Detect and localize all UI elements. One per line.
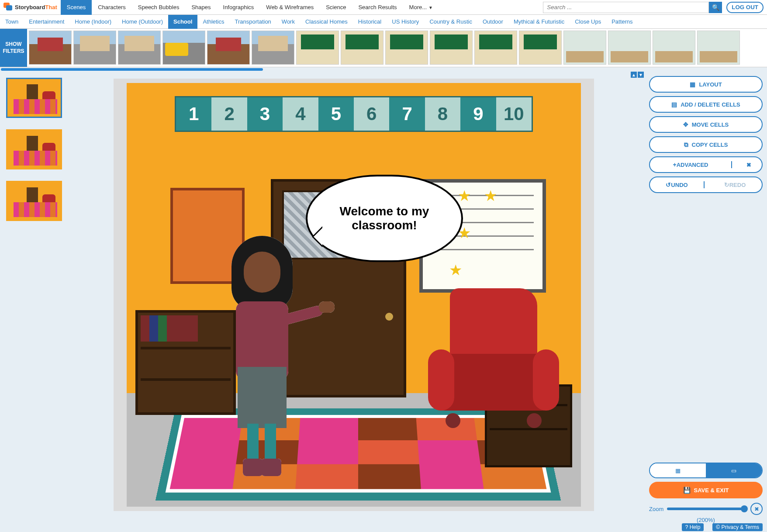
cat-classical-homes[interactable]: Classical Homes	[300, 15, 353, 29]
cat-historical[interactable]: Historical	[353, 15, 387, 29]
layout-icon: ▦	[690, 81, 695, 88]
scene-thumbnail[interactable]	[252, 31, 294, 65]
undo-redo-buttons: ↺UNDO ↻REDO	[649, 176, 763, 193]
grid-icon: ▦	[675, 467, 681, 474]
nav-tab-more[interactable]: More...▼	[403, 0, 439, 15]
cell-number: 1	[62, 109, 62, 118]
nav-tab-web-wireframes[interactable]: Web & Wireframes	[260, 0, 320, 15]
cat-home-outdoor[interactable]: Home (Outdoor)	[117, 15, 168, 29]
scene-thumbnail[interactable]	[653, 31, 695, 65]
add-delete-cells-button[interactable]: ▤ADD / DELETE CELLS	[649, 96, 763, 113]
scene-speech-bubble[interactable]: Welcome to my classroom!	[306, 175, 463, 262]
cat-work[interactable]: Work	[276, 15, 300, 29]
cells-panel: 1 2 3	[0, 72, 114, 528]
search-icon: 🔍	[712, 4, 719, 11]
cell-number: 3	[62, 212, 62, 221]
cat-country-rustic[interactable]: Country & Rustic	[424, 15, 477, 29]
storyboard-canvas[interactable]: 1 2 3 4 5 6 7 8 9 10 ★★★ ★★ ★	[114, 79, 594, 511]
scene-categories: Town Entertainment Home (Indoor) Home (O…	[0, 15, 767, 29]
nav-tab-speech-bubbles[interactable]: Speech Bubbles	[132, 0, 186, 15]
cat-athletics[interactable]: Athletics	[197, 15, 229, 29]
nav-tab-shapes[interactable]: Shapes	[185, 0, 217, 15]
scene-thumbnail[interactable]	[519, 31, 562, 65]
search-area: 🔍 LOG OUT	[543, 2, 767, 13]
search-button[interactable]: 🔍	[709, 2, 722, 13]
star-icon: ★	[458, 187, 471, 204]
cat-close-ups[interactable]: Close Ups	[570, 15, 606, 29]
grid-view-button[interactable]: ▦	[650, 463, 706, 477]
cell-thumbnail-2[interactable]: 2	[6, 129, 62, 169]
cat-town[interactable]: Town	[0, 15, 24, 29]
cat-us-history[interactable]: US History	[387, 15, 424, 29]
view-toggle: ▦ ▭	[649, 463, 763, 478]
help-link[interactable]: ? Help	[682, 523, 704, 531]
copy-cells-button[interactable]: ⧉COPY CELLS	[649, 136, 763, 153]
cell-thumbnail-1[interactable]: 1	[6, 78, 62, 118]
save-icon: 💾	[683, 487, 691, 494]
cell-thumbnail-3[interactable]: 3	[6, 181, 62, 221]
cat-home-indoor[interactable]: Home (Indoor)	[69, 15, 117, 29]
scene-thumbnail[interactable]	[29, 31, 72, 65]
scene-thumbnail[interactable]	[608, 31, 651, 65]
zoom-fit-button[interactable]: ✖	[750, 503, 763, 515]
scene-thumbnail[interactable]	[162, 31, 205, 65]
scroll-down-icon[interactable]: ▼	[638, 72, 644, 78]
cat-school[interactable]: School	[168, 15, 197, 29]
save-exit-button[interactable]: 💾SAVE & EXIT	[649, 482, 763, 498]
zoom-label: Zoom	[649, 506, 663, 512]
scene-thumbnail[interactable]	[73, 31, 116, 65]
cat-transportation[interactable]: Transportation	[230, 15, 276, 29]
scene-thumbnail[interactable]	[118, 31, 161, 65]
redo-icon: ↻	[724, 181, 729, 188]
cat-entertainment[interactable]: Entertainment	[24, 15, 69, 29]
scene-thumbnail[interactable]	[430, 31, 473, 65]
nav-tab-scenes[interactable]: Scenes	[61, 0, 92, 15]
asset-browser: SHOW FILTERS	[0, 29, 767, 67]
expand-icon[interactable]: ✖	[736, 162, 762, 168]
scroll-up-icon[interactable]: ▲	[631, 72, 637, 78]
scene-thumbnail[interactable]	[296, 31, 339, 65]
app-logo[interactable]: StoryboardThat	[0, 3, 61, 12]
asset-scrollbar[interactable]	[0, 67, 767, 72]
zoom-control: Zoom ✖	[649, 503, 763, 515]
plus-icon: +	[673, 161, 677, 168]
nav-tab-science[interactable]: Science	[320, 0, 352, 15]
advanced-button[interactable]: +ADVANCED ✖	[649, 156, 763, 173]
cat-mythical-futuristic[interactable]: Mythical & Futuristic	[508, 15, 570, 29]
logo-text-b: That	[45, 4, 57, 10]
scene-number-strip[interactable]: 1 2 3 4 5 6 7 8 9 10	[175, 96, 533, 132]
nav-tab-infographics[interactable]: Infographics	[217, 0, 260, 15]
right-panel: ▦LAYOUT ▤ADD / DELETE CELLS ✥MOVE CELLS …	[645, 72, 767, 528]
cat-outdoor[interactable]: Outdoor	[477, 15, 508, 29]
logo-icon	[3, 3, 13, 12]
scene-thumbnail[interactable]	[697, 31, 740, 65]
nav-tab-characters[interactable]: Characters	[92, 0, 132, 15]
logout-button[interactable]: LOG OUT	[726, 2, 764, 13]
search-input[interactable]	[543, 2, 709, 13]
cat-patterns[interactable]: Patterns	[606, 15, 638, 29]
copy-icon: ⧉	[684, 141, 688, 149]
scene-thumbnail[interactable]	[207, 31, 250, 65]
star-icon: ★	[449, 262, 462, 278]
single-view-button[interactable]: ▭	[706, 463, 762, 477]
logo-text-a: Storyboard	[15, 4, 45, 10]
show-filters-button[interactable]: SHOW FILTERS	[0, 29, 27, 67]
scene-thumbnail[interactable]	[474, 31, 517, 65]
nav-tab-search-results[interactable]: Search Results	[352, 0, 403, 15]
scene-thumbnail[interactable]	[563, 31, 606, 65]
privacy-link[interactable]: © Privacy & Terms	[712, 523, 763, 531]
scene-thumbnail[interactable]	[385, 31, 428, 65]
scene-character-teacher[interactable]	[210, 236, 314, 480]
canvas-area: ▲ ▼ 1 2 3 4 5 6 7 8 9 10	[114, 72, 645, 528]
canvas-scroll-controls: ▲ ▼	[631, 72, 644, 78]
scene-thumbnails	[27, 29, 742, 67]
move-cells-button[interactable]: ✥MOVE CELLS	[649, 116, 763, 133]
scene-thumbnail[interactable]	[341, 31, 384, 65]
scene-armchair[interactable]	[428, 288, 559, 428]
layout-button[interactable]: ▦LAYOUT	[649, 76, 763, 93]
zoom-value: (200%)	[649, 517, 763, 523]
chevron-down-icon: ▼	[428, 5, 433, 10]
undo-button[interactable]: ↺UNDO	[650, 181, 705, 188]
zoom-slider[interactable]	[667, 508, 747, 510]
redo-button[interactable]: ↻REDO	[708, 181, 762, 188]
